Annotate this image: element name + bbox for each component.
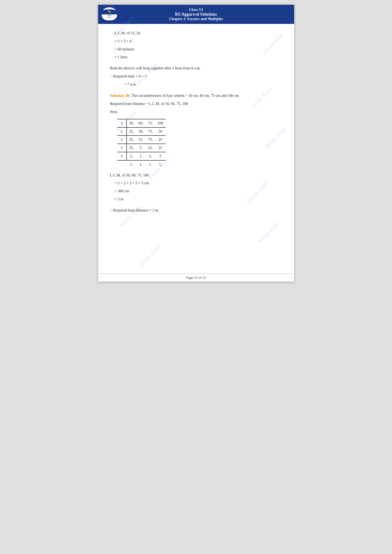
values-cell: 25, [146,144,155,152]
values-cell: 5 [155,152,166,160]
divisor-cell: 3 [117,135,126,144]
values-cell: 25, [126,127,136,136]
page: ✏️ Study Path Class-VI RS Aggarwal Solut… [98,5,294,282]
divisor-cell: 2 [117,127,126,136]
watermark-10: Study Path [257,221,280,245]
required-least-line: Required least distance = L.C.M. of 50, … [110,100,282,107]
solution30-text: The circumferences of four wheels = 50 c… [131,94,239,97]
lcm-calc3: = 3 m [115,196,282,203]
footer: Page 13 of 13 [98,274,294,282]
values-cell: 1, [155,160,166,168]
solution30-label: Solution 30: [110,93,131,98]
values-cell: 25 [155,135,166,144]
values-cell: 75, [146,119,155,127]
conclusion-line: ∴ Required least distance = 3 m. [110,207,282,214]
division-table: 2 50, 60, 75, 100 2 25, 30, 75, 50 3 25,… [117,119,166,168]
header: ✏️ Study Path Class-VI RS Aggarwal Solut… [98,5,294,24]
divisor-cell: 2 [117,119,126,127]
divisor-cell: 5 [117,152,126,160]
lcm-intro-line: L.C.M. of 15, 20 [115,30,282,37]
values-cell: 5, [126,152,136,160]
watermark-11: Study Path [138,245,161,268]
divisor-cell [117,160,126,168]
beep-text: Both the devices will beep together afte… [110,65,282,72]
required-time-label: ∴ Required time = 6 + 1 [110,73,282,80]
values-cell: 5, [136,144,146,152]
lcm-calc1: = 2 × 2 × 3 × 5 × 5 cm [115,180,282,187]
solution30-paragraph: Solution 30: The circumferences of four … [110,92,282,99]
logo: ✏️ Study Path [102,7,118,21]
lcm-step3: = 1 hour [115,54,282,61]
lcm-calc2: = 300 cm [115,188,282,195]
table-row: 1, 1, 1, 1, [117,160,166,168]
values-cell: 50 [155,127,166,136]
header-class: Class-VI [103,7,289,12]
required-time-value: = 7 a.m. [124,81,282,88]
values-cell: 75, [146,135,155,144]
divisor-cell: 5 [117,144,126,152]
logo-text: Study Path [107,14,111,19]
table-row: 5 25, 5, 25, 25 [117,144,166,152]
header-chapter: Chapter 2: Factors and Multiples [103,17,289,21]
values-cell: 100 [155,119,166,127]
values-cell: 1, [146,160,155,168]
values-cell: 60, [136,119,146,127]
table-row: 5 5, 1, 5, 5 [117,152,166,160]
header-subject: RS Aggarwal Solutions [103,12,289,17]
values-cell: 75, [146,127,155,136]
lcm-step2: = 60 minutes [115,46,282,53]
lcm-step1: = 5 × 3 × 4 [115,38,282,45]
table-row: 2 25, 30, 75, 50 [117,127,166,136]
content-area: L.C.M. of 15, 20 = 5 × 3 × 4 = 60 minute… [98,24,294,221]
table-row: 2 50, 60, 75, 100 [117,119,166,127]
values-cell: 1, [136,160,146,168]
values-cell: 30, [136,127,146,136]
values-cell: 25, [126,144,136,152]
values-cell: 15, [136,135,146,144]
page-info: Page 13 of 13 [186,276,206,279]
lcm-of-line: L.C.M. of 50, 60, 75, 100 [110,172,282,179]
values-cell: 1, [126,160,136,168]
values-cell: 25 [155,144,166,152]
values-cell: 50, [126,119,136,127]
now-line: Now, [110,109,282,115]
table-row: 3 25, 15, 75, 25 [117,135,166,144]
values-cell: 25, [126,135,136,144]
values-cell: 1, [136,152,146,160]
pen-icon: ✏️ [108,10,111,14]
values-cell: 5, [146,152,155,160]
